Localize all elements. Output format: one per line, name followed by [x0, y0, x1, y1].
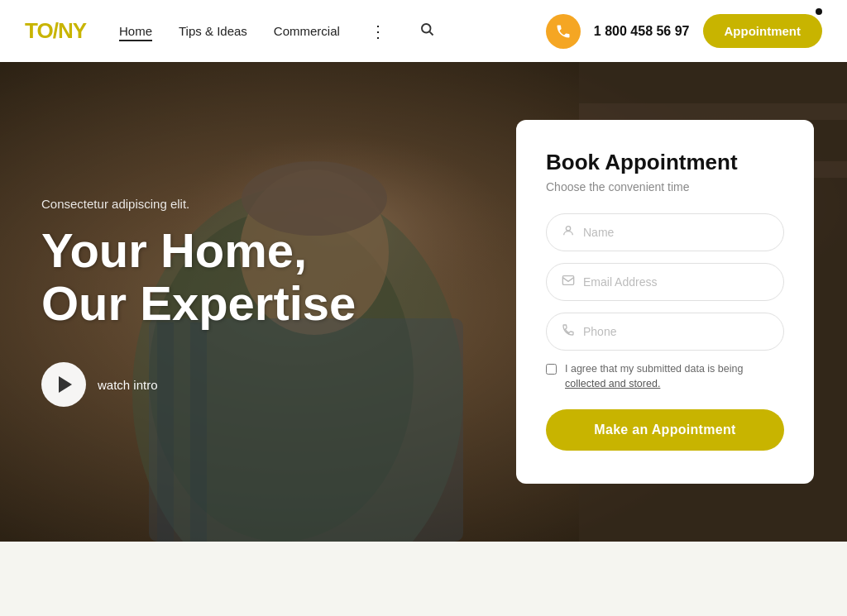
bottom-bar	[0, 542, 847, 616]
logo-rest: NY	[58, 18, 86, 43]
appointment-button[interactable]: Appointment	[703, 14, 822, 48]
watch-intro-label: watch intro	[98, 378, 158, 392]
svg-line-1	[429, 31, 433, 35]
play-triangle-icon	[59, 376, 72, 393]
phone-field-icon	[562, 323, 575, 340]
consent-checkbox[interactable]	[546, 364, 557, 375]
name-input[interactable]	[583, 226, 768, 239]
phone-number: 1 800 458 56 97	[594, 24, 690, 39]
booking-title: Book Appointment	[546, 150, 784, 175]
nav-item-home[interactable]: Home	[119, 24, 152, 39]
booking-card: Book Appointment Choose the convenient t…	[516, 120, 814, 484]
consent-row: I agree that my submitted data is being …	[546, 362, 784, 391]
hero-subtitle: Consectetur adipiscing elit.	[41, 197, 475, 211]
nav-link-commercial[interactable]: Commercial	[274, 24, 340, 38]
nav-item-commercial[interactable]: Commercial	[274, 24, 340, 39]
consent-link[interactable]: collected and stored.	[565, 378, 660, 389]
nav-search-icon[interactable]	[413, 21, 434, 41]
play-button[interactable]	[41, 362, 86, 407]
phone-icon-circle[interactable]	[546, 14, 581, 49]
hero-section: Consectetur adipiscing elit. Your Home, …	[0, 62, 847, 542]
hero-title-line1: Your Home,	[41, 223, 307, 277]
name-field-wrapper	[546, 213, 784, 251]
booking-subtitle: Choose the convenient time	[546, 180, 784, 193]
nav-link-home[interactable]: Home	[119, 24, 152, 41]
nav-right: 1 800 458 56 97 Appointment	[546, 14, 822, 49]
svg-point-16	[566, 227, 570, 231]
person-icon	[562, 224, 575, 241]
logo-text: TO	[25, 18, 53, 43]
phone-input[interactable]	[583, 325, 768, 338]
hero-title: Your Home, Our Expertise	[41, 224, 475, 330]
consent-label: I agree that my submitted data is being …	[565, 362, 784, 391]
svg-rect-17	[562, 276, 573, 285]
search-icon[interactable]	[419, 23, 434, 40]
make-appointment-button[interactable]: Make an Appointment	[546, 409, 784, 451]
hero-content: Consectetur adipiscing elit. Your Home, …	[0, 197, 516, 408]
hero-title-line2: Our Expertise	[41, 276, 356, 330]
nav-links: Home Tips & Ideas Commercial ⋮	[119, 21, 434, 41]
notification-dot	[816, 8, 822, 15]
nav-link-tips[interactable]: Tips & Ideas	[179, 24, 247, 38]
phone-field-wrapper	[546, 313, 784, 351]
nav-item-tips[interactable]: Tips & Ideas	[179, 24, 247, 39]
email-input[interactable]	[583, 275, 768, 289]
email-field-wrapper	[546, 263, 784, 301]
svg-point-0	[422, 24, 431, 33]
more-dots-icon[interactable]: ⋮	[370, 22, 386, 41]
watch-intro[interactable]: watch intro	[41, 362, 475, 407]
email-icon	[562, 274, 575, 290]
navbar: TO/NY Home Tips & Ideas Commercial ⋮ 1 8…	[0, 0, 847, 62]
logo[interactable]: TO/NY	[25, 18, 86, 44]
nav-more-icon[interactable]: ⋮	[366, 21, 386, 41]
